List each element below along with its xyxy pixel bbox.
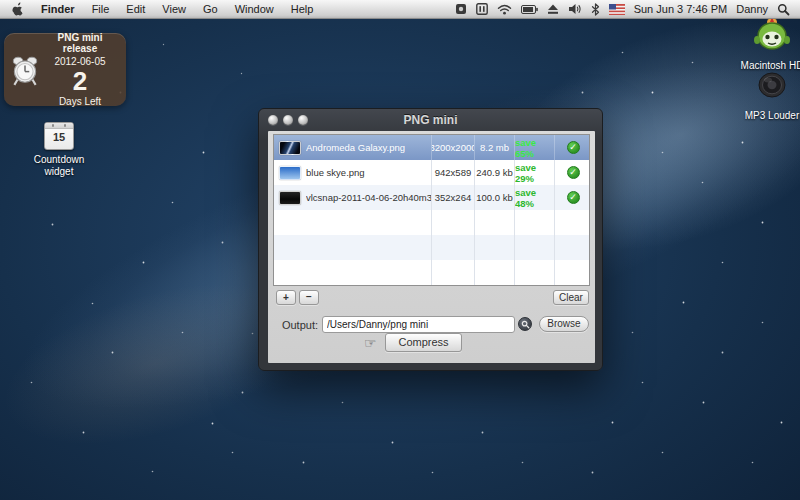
file-thumbnail	[279, 191, 301, 205]
widget-title: PNG mini release	[40, 32, 120, 55]
alarm-clock-icon	[10, 53, 40, 87]
app-status-icon[interactable]	[455, 2, 467, 16]
menu-file[interactable]: File	[92, 3, 110, 15]
file-name-cell	[274, 260, 431, 285]
file-size	[474, 210, 514, 235]
menu-go[interactable]: Go	[203, 3, 218, 15]
menu-app-name[interactable]: Finder	[41, 3, 75, 15]
widget-days-label: Days Left	[40, 96, 120, 108]
desktop-icon-mp3-louder[interactable]: MP3 Louder	[735, 70, 800, 122]
status-check-icon: ✓	[567, 166, 580, 179]
file-status-cell: ✓	[554, 160, 590, 185]
file-thumbnail	[279, 166, 301, 180]
png-mini-window: PNG mini Andromeda Galaxy.png 3200x2000 …	[258, 108, 603, 371]
file-save	[514, 235, 554, 260]
icon-label: MP3 Louder	[735, 110, 800, 122]
file-size: 100.0 kb	[474, 185, 514, 210]
remove-file-button[interactable]: −	[299, 290, 319, 305]
file-status-cell	[554, 210, 590, 235]
widget-days-number: 2	[40, 68, 120, 94]
window-title-bar[interactable]: PNG mini	[259, 109, 602, 131]
output-label: Output:	[272, 319, 318, 331]
menu-bar: Finder File Edit View Go Window Help	[0, 0, 800, 19]
file-thumbnail	[279, 141, 301, 155]
file-table: Andromeda Galaxy.png 3200x2000 8.2 mb sa…	[273, 134, 590, 286]
menu-edit[interactable]: Edit	[126, 3, 145, 15]
desktop-icon-countdown-widget[interactable]: 15 Countdown widget	[20, 122, 98, 178]
file-status-cell: ✓	[554, 185, 590, 210]
table-row[interactable]: vlcsnap-2011-04-06-20h40m36s165.png 352x…	[274, 185, 589, 210]
us-flag-icon[interactable]	[609, 2, 625, 16]
browse-button[interactable]: Browse	[539, 316, 589, 332]
input-source-icon[interactable]	[476, 2, 488, 16]
file-name-cell: blue skye.png	[274, 160, 431, 185]
wifi-icon[interactable]	[497, 2, 512, 16]
file-name-cell: Andromeda Galaxy.png	[274, 135, 431, 160]
window-content: Andromeda Galaxy.png 3200x2000 8.2 mb sa…	[268, 131, 595, 363]
file-size	[474, 260, 514, 285]
table-row[interactable]	[274, 260, 589, 285]
countdown-widget-panel[interactable]: PNG mini release 2012-06-05 2 Days Left	[4, 33, 126, 106]
file-status-cell: ✓	[554, 135, 590, 160]
file-status-cell	[554, 235, 590, 260]
status-check-icon: ✓	[567, 141, 580, 154]
file-name: vlcsnap-2011-04-06-20h40m36s165.png	[306, 192, 431, 203]
apple-menu-icon[interactable]	[12, 2, 24, 16]
clear-button[interactable]: Clear	[553, 290, 589, 305]
green-character-icon	[752, 16, 792, 52]
file-dimensions: 3200x2000	[431, 135, 474, 160]
file-dimensions	[431, 235, 474, 260]
file-size: 240.9 kb	[474, 160, 514, 185]
speaker-icon	[753, 70, 791, 102]
menu-view[interactable]: View	[162, 3, 186, 15]
battery-icon[interactable]	[521, 2, 538, 16]
volume-icon[interactable]	[568, 2, 582, 16]
file-dimensions: 352x264	[431, 185, 474, 210]
file-save	[514, 260, 554, 285]
file-save: save 65%	[514, 135, 554, 160]
menu-user[interactable]: Danny	[736, 3, 768, 15]
icon-label: Countdown widget	[20, 154, 98, 178]
output-path-input[interactable]	[322, 316, 515, 333]
menu-window[interactable]: Window	[235, 3, 274, 15]
desktop-icon-macintosh-hd[interactable]: Macintosh HD	[735, 16, 800, 72]
file-status-cell	[554, 260, 590, 285]
calendar-day: 15	[45, 131, 73, 143]
file-name-cell: vlcsnap-2011-04-06-20h40m36s165.png	[274, 185, 431, 210]
table-row[interactable]: Andromeda Galaxy.png 3200x2000 8.2 mb sa…	[274, 135, 589, 160]
file-name-cell	[274, 235, 431, 260]
table-row[interactable]	[274, 210, 589, 235]
compress-button[interactable]: Compress	[385, 333, 462, 352]
eject-icon[interactable]	[547, 2, 559, 16]
window-title: PNG mini	[259, 113, 602, 127]
add-file-button[interactable]: +	[276, 290, 296, 305]
reveal-path-icon[interactable]	[518, 317, 532, 331]
calendar-binding	[45, 123, 73, 129]
table-row[interactable]	[274, 235, 589, 260]
file-save: save 29%	[514, 160, 554, 185]
file-name: Andromeda Galaxy.png	[306, 142, 405, 153]
menu-help[interactable]: Help	[291, 3, 314, 15]
table-row[interactable]: blue skye.png 942x589 240.9 kb save 29% …	[274, 160, 589, 185]
file-name-cell	[274, 210, 431, 235]
spotlight-icon[interactable]	[777, 2, 790, 16]
file-size: 8.2 mb	[474, 135, 514, 160]
file-dimensions	[431, 210, 474, 235]
menu-clock[interactable]: Sun Jun 3 7:46 PM	[634, 3, 728, 15]
file-name: blue skye.png	[306, 167, 365, 178]
desktop: Finder File Edit View Go Window Help	[0, 0, 800, 500]
bluetooth-icon[interactable]	[591, 2, 600, 16]
file-size	[474, 235, 514, 260]
status-check-icon: ✓	[567, 191, 580, 204]
file-dimensions	[431, 260, 474, 285]
pointing-hand-icon: ☞	[364, 335, 377, 351]
calendar-icon: 15	[44, 122, 74, 150]
file-save	[514, 210, 554, 235]
file-save: save 48%	[514, 185, 554, 210]
file-dimensions: 942x589	[431, 160, 474, 185]
